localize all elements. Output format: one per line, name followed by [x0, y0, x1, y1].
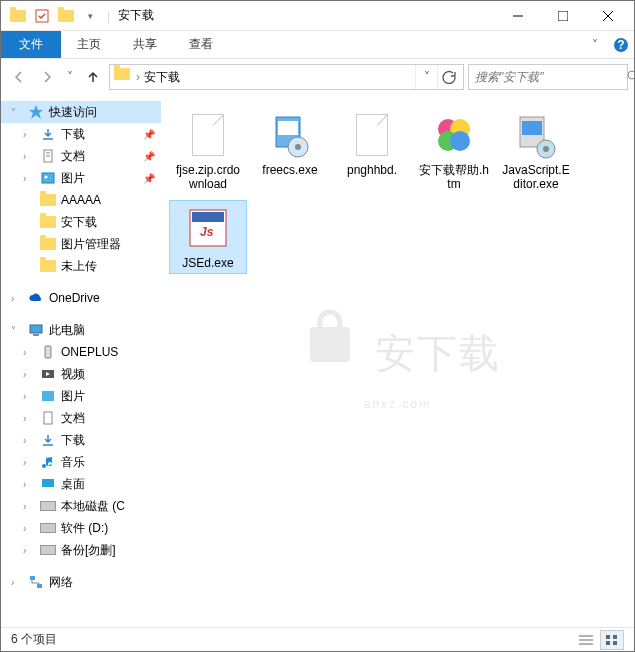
tree-label: AAAAA	[61, 193, 101, 207]
tree-label: 软件 (D:)	[61, 520, 108, 537]
tree-folder-unupload[interactable]: 未上传	[1, 255, 161, 277]
search-icon[interactable]	[626, 69, 635, 86]
exe-icon	[266, 111, 314, 159]
file-name: 安下载帮助.htm	[419, 163, 489, 192]
video-icon	[39, 365, 57, 383]
svg-rect-46	[606, 641, 610, 645]
maximize-button[interactable]	[540, 1, 585, 30]
file-name: JavaScript.Editor.exe	[501, 163, 571, 192]
collapse-icon[interactable]: ˅	[11, 325, 23, 336]
tree-documents2[interactable]: ›文档	[1, 407, 161, 429]
address-bar[interactable]: › 安下载 ˅	[109, 64, 464, 90]
navigation-tree[interactable]: ˅ 快速访问 › 下载 📌 › 文档 📌 › 图片 📌 AAAAA 安下载 图片…	[1, 95, 161, 627]
file-item[interactable]: Js JSEd.exe	[169, 200, 247, 274]
folder-icon	[9, 7, 27, 25]
tree-pictures[interactable]: › 图片 📌	[1, 167, 161, 189]
tree-label: 网络	[49, 574, 73, 591]
svg-rect-20	[42, 391, 54, 401]
svg-rect-21	[44, 412, 52, 424]
icons-view-button[interactable]	[600, 630, 624, 650]
file-item[interactable]: pnghhbd.	[333, 107, 411, 196]
tree-folder-anxz[interactable]: 安下载	[1, 211, 161, 233]
tree-documents[interactable]: › 文档 📌	[1, 145, 161, 167]
statusbar: 6 个项目	[1, 627, 634, 651]
tree-this-pc[interactable]: ˅此电脑	[1, 319, 161, 341]
file-item[interactable]: JavaScript.Editor.exe	[497, 107, 575, 196]
svg-rect-35	[522, 121, 542, 135]
svg-rect-23	[30, 576, 35, 580]
expand-icon[interactable]: ›	[23, 151, 35, 162]
address-dropdown-icon[interactable]: ˅	[415, 65, 437, 89]
tree-drive-c[interactable]: ›本地磁盘 (C	[1, 495, 161, 517]
tree-drive-d[interactable]: ›软件 (D:)	[1, 517, 161, 539]
help-icon[interactable]: ?	[608, 31, 634, 58]
details-view-button[interactable]	[574, 630, 598, 650]
tree-downloads[interactable]: › 下载 📌	[1, 123, 161, 145]
svg-rect-39	[192, 212, 224, 222]
expand-icon[interactable]: ›	[11, 293, 23, 304]
tree-label: 文档	[61, 410, 85, 427]
tab-file[interactable]: 文件	[1, 31, 61, 58]
breadcrumb-current[interactable]: 安下载	[140, 69, 184, 86]
file-item[interactable]: fjse.zip.crdownload	[169, 107, 247, 196]
tab-share[interactable]: 共享	[117, 31, 173, 58]
download-icon	[39, 431, 57, 449]
close-button[interactable]	[585, 1, 630, 30]
file-item[interactable]: 安下载帮助.htm	[415, 107, 493, 196]
back-button[interactable]	[7, 65, 31, 89]
status-item-count: 6 个项目	[11, 631, 57, 648]
desktop-icon	[39, 475, 57, 493]
svg-rect-2	[558, 11, 568, 21]
expand-icon[interactable]: ›	[23, 129, 35, 140]
file-view[interactable]: 安下载 anxz.com fjse.zip.crdownload freecs.…	[161, 95, 634, 627]
tree-folder-aaaaa[interactable]: AAAAA	[1, 189, 161, 211]
search-box[interactable]	[468, 64, 628, 90]
ribbon-expand-icon[interactable]: ˅	[582, 31, 608, 58]
tab-view[interactable]: 查看	[173, 31, 229, 58]
tree-quick-access[interactable]: ˅ 快速访问	[1, 101, 161, 123]
file-name: fjse.zip.crdownload	[173, 163, 243, 192]
search-input[interactable]	[475, 70, 626, 84]
refresh-icon[interactable]	[437, 65, 459, 89]
tree-label: 桌面	[61, 476, 85, 493]
properties-icon[interactable]	[33, 7, 51, 25]
tree-pictures2[interactable]: ›图片	[1, 385, 161, 407]
tree-label: 未上传	[61, 258, 97, 275]
qat-dropdown-icon[interactable]: ▾	[81, 7, 99, 25]
tree-desktop[interactable]: ›桌面	[1, 473, 161, 495]
new-folder-icon[interactable]	[57, 7, 75, 25]
collapse-icon[interactable]: ˅	[11, 107, 23, 118]
network-icon	[27, 573, 45, 591]
tree-label: 音乐	[61, 454, 85, 471]
tree-drive-backup[interactable]: ›备份[勿删]	[1, 539, 161, 561]
tree-downloads2[interactable]: ›下载	[1, 429, 161, 451]
svg-text:Js: Js	[200, 225, 214, 239]
svg-point-37	[543, 146, 549, 152]
tree-network[interactable]: ›网络	[1, 571, 161, 593]
svg-point-7	[628, 71, 635, 79]
forward-button[interactable]	[35, 65, 59, 89]
pin-icon: 📌	[143, 151, 155, 162]
drive-icon	[39, 519, 57, 537]
expand-icon[interactable]: ›	[23, 173, 35, 184]
tree-videos[interactable]: ›视频	[1, 363, 161, 385]
history-dropdown-icon[interactable]: ˅	[63, 70, 77, 84]
star-icon	[27, 103, 45, 121]
installer-icon	[512, 111, 560, 159]
tree-oneplus[interactable]: ›ONEPLUS	[1, 341, 161, 363]
up-button[interactable]	[81, 65, 105, 89]
tab-home[interactable]: 主页	[61, 31, 117, 58]
tree-music[interactable]: ›音乐	[1, 451, 161, 473]
tree-label: 本地磁盘 (C	[61, 498, 125, 515]
tree-label: 文档	[61, 148, 85, 165]
file-item[interactable]: freecs.exe	[251, 107, 329, 196]
minimize-button[interactable]	[495, 1, 540, 30]
tree-label: OneDrive	[49, 291, 100, 305]
pin-icon: 📌	[143, 173, 155, 184]
svg-rect-45	[613, 635, 617, 639]
file-name: JSEd.exe	[182, 256, 233, 270]
tree-onedrive[interactable]: ›OneDrive	[1, 287, 161, 309]
tree-folder-imgmgr[interactable]: 图片管理器	[1, 233, 161, 255]
drive-icon	[39, 497, 57, 515]
svg-point-33	[450, 131, 470, 151]
